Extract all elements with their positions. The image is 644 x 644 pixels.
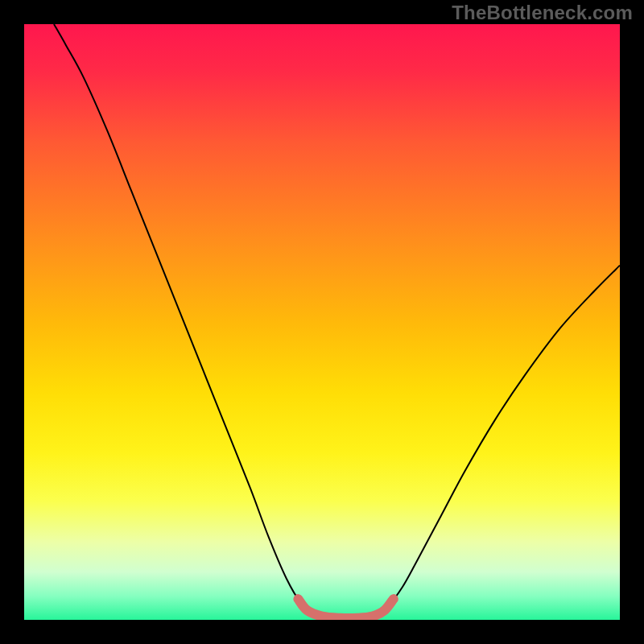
plot-area bbox=[24, 24, 620, 620]
watermark-text: TheBottleneck.com bbox=[452, 2, 633, 24]
chart-frame: TheBottleneck.com bbox=[0, 0, 644, 644]
gradient-background bbox=[24, 24, 620, 620]
bottleneck-chart bbox=[24, 24, 620, 620]
